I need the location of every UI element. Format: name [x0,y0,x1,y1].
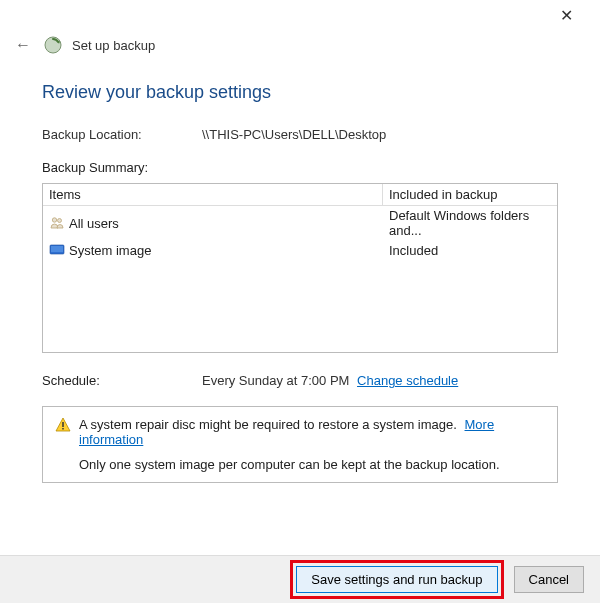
backup-summary-table: Items Included in backup All users Defau… [42,183,558,353]
backup-location-value: \\THIS-PC\Users\DELL\Desktop [202,127,386,142]
save-and-run-backup-button[interactable]: Save settings and run backup [296,566,497,593]
svg-rect-7 [62,422,64,427]
warning-icon [55,417,71,433]
notice-text-main: A system repair disc might be required t… [79,417,457,432]
users-icon [49,215,65,231]
backup-location-row: Backup Location: \\THIS-PC\Users\DELL\De… [42,127,558,142]
backup-summary-label: Backup Summary: [42,160,558,175]
table-header: Items Included in backup [43,184,557,206]
notice-line-1: A system repair disc might be required t… [55,417,545,447]
content-area: Review your backup settings Backup Locat… [0,54,600,483]
change-schedule-link[interactable]: Change schedule [357,373,458,388]
wizard-title: Set up backup [72,38,155,53]
svg-rect-5 [51,246,63,252]
close-button[interactable]: ✕ [546,6,586,25]
notice-box: A system repair disc might be required t… [42,406,558,483]
item-text: All users [69,216,119,231]
cell-items: System image [43,240,383,260]
cell-included: Default Windows folders and... [383,206,557,240]
item-text: System image [69,243,151,258]
footer: Save settings and run backup Cancel [0,555,600,603]
svg-rect-8 [62,428,64,430]
schedule-row: Schedule: Every Sunday at 7:00 PM Change… [42,373,558,388]
backup-wizard-icon [44,36,62,54]
column-header-items[interactable]: Items [43,184,383,205]
column-header-included[interactable]: Included in backup [383,184,557,205]
back-button[interactable]: ← [12,36,34,54]
wizard-header: ← Set up backup [0,30,600,54]
backup-location-label: Backup Location: [42,127,202,142]
page-heading: Review your backup settings [42,82,558,103]
table-row[interactable]: System image Included [43,240,557,260]
cell-included: Included [383,241,557,260]
titlebar: ✕ [0,0,600,30]
schedule-value: Every Sunday at 7:00 PM [202,373,349,388]
svg-point-3 [58,219,62,223]
cancel-button[interactable]: Cancel [514,566,584,593]
disk-image-icon [49,242,65,258]
cell-items: All users [43,213,383,233]
svg-point-2 [52,218,56,222]
notice-line-2: Only one system image per computer can b… [55,457,545,472]
table-row[interactable]: All users Default Windows folders and... [43,206,557,240]
primary-button-highlight: Save settings and run backup [290,560,503,599]
notice-text: A system repair disc might be required t… [79,417,545,447]
schedule-label: Schedule: [42,373,202,388]
